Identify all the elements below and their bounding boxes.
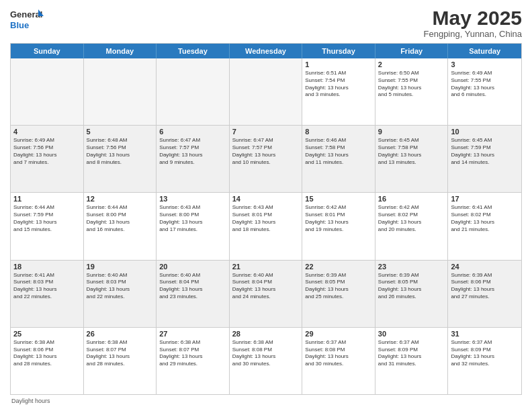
svg-text:Blue: Blue [10, 20, 29, 30]
cal-cell: 22Sunrise: 6:39 AMSunset: 8:05 PMDayligh… [302, 261, 375, 327]
day-info: Sunrise: 6:49 AMSunset: 7:56 PMDaylight:… [13, 137, 81, 166]
main-title: May 2025 [424, 7, 523, 29]
day-number: 20 [159, 263, 226, 271]
day-info: Sunrise: 6:46 AMSunset: 7:58 PMDaylight:… [305, 137, 372, 166]
day-number: 2 [378, 60, 445, 68]
calendar-header: SundayMondayTuesdayWednesdayThursdayFrid… [11, 44, 521, 58]
day-info: Sunrise: 6:37 AMSunset: 8:08 PMDaylight:… [305, 339, 372, 368]
day-number: 10 [451, 128, 519, 136]
cal-header-day: Thursday [302, 44, 375, 58]
cal-cell: 31Sunrise: 6:37 AMSunset: 8:09 PMDayligh… [448, 328, 521, 394]
cal-header-day: Sunday [11, 44, 84, 58]
cal-cell [157, 58, 230, 125]
cal-week: 18Sunrise: 6:41 AMSunset: 8:03 PMDayligh… [11, 261, 521, 328]
day-info: Sunrise: 6:40 AMSunset: 8:03 PMDaylight:… [87, 272, 154, 301]
day-number: 27 [159, 330, 226, 338]
cal-cell: 8Sunrise: 6:46 AMSunset: 7:58 PMDaylight… [302, 126, 375, 192]
day-number: 15 [305, 195, 372, 203]
day-number: 18 [13, 263, 81, 271]
day-info: Sunrise: 6:41 AMSunset: 8:03 PMDaylight:… [13, 272, 81, 301]
day-number: 23 [378, 263, 445, 271]
cal-cell: 10Sunrise: 6:45 AMSunset: 7:59 PMDayligh… [448, 126, 521, 192]
cal-cell: 15Sunrise: 6:42 AMSunset: 8:01 PMDayligh… [302, 193, 375, 259]
day-info: Sunrise: 6:42 AMSunset: 8:01 PMDaylight:… [305, 204, 372, 233]
day-number: 31 [451, 330, 519, 338]
day-number: 25 [13, 330, 81, 338]
cal-cell: 13Sunrise: 6:43 AMSunset: 8:00 PMDayligh… [157, 193, 230, 259]
day-number: 19 [87, 263, 154, 271]
calendar: SundayMondayTuesdayWednesdayThursdayFrid… [10, 43, 522, 395]
cal-header-day: Monday [84, 44, 157, 58]
cal-cell: 19Sunrise: 6:40 AMSunset: 8:03 PMDayligh… [84, 261, 157, 327]
day-info: Sunrise: 6:38 AMSunset: 8:06 PMDaylight:… [13, 339, 81, 368]
day-info: Sunrise: 6:39 AMSunset: 8:05 PMDaylight:… [305, 272, 372, 301]
footer-note: Daylight hours [10, 398, 522, 404]
day-info: Sunrise: 6:47 AMSunset: 7:57 PMDaylight:… [159, 137, 226, 166]
cal-cell: 9Sunrise: 6:45 AMSunset: 7:58 PMDaylight… [375, 126, 449, 192]
day-number: 8 [305, 128, 372, 136]
day-info: Sunrise: 6:45 AMSunset: 7:58 PMDaylight:… [378, 137, 445, 166]
day-number: 22 [305, 263, 372, 271]
day-info: Sunrise: 6:37 AMSunset: 8:09 PMDaylight:… [451, 339, 519, 368]
cal-cell: 20Sunrise: 6:40 AMSunset: 8:04 PMDayligh… [157, 261, 230, 327]
day-number: 3 [451, 60, 519, 68]
day-info: Sunrise: 6:37 AMSunset: 8:09 PMDaylight:… [378, 339, 445, 368]
day-number: 7 [232, 128, 300, 136]
day-info: Sunrise: 6:42 AMSunset: 8:02 PMDaylight:… [378, 204, 445, 233]
day-info: Sunrise: 6:38 AMSunset: 8:07 PMDaylight:… [159, 339, 226, 368]
cal-cell: 12Sunrise: 6:44 AMSunset: 8:00 PMDayligh… [84, 193, 157, 259]
cal-week: 11Sunrise: 6:44 AMSunset: 7:59 PMDayligh… [11, 193, 521, 260]
cal-week: 1Sunrise: 6:51 AMSunset: 7:54 PMDaylight… [11, 58, 521, 126]
day-number: 17 [451, 195, 519, 203]
day-info: Sunrise: 6:40 AMSunset: 8:04 PMDaylight:… [232, 272, 300, 301]
svg-text:General: General [10, 9, 42, 19]
cal-cell [84, 58, 157, 125]
day-number: 5 [87, 128, 154, 136]
day-info: Sunrise: 6:38 AMSunset: 8:08 PMDaylight:… [232, 339, 300, 368]
day-info: Sunrise: 6:45 AMSunset: 7:59 PMDaylight:… [451, 137, 519, 166]
day-number: 14 [232, 195, 300, 203]
day-info: Sunrise: 6:39 AMSunset: 8:06 PMDaylight:… [451, 272, 519, 301]
cal-cell: 21Sunrise: 6:40 AMSunset: 8:04 PMDayligh… [230, 261, 303, 327]
title-block: May 2025 Fengping, Yunnan, China [424, 7, 523, 39]
cal-cell: 24Sunrise: 6:39 AMSunset: 8:06 PMDayligh… [448, 261, 521, 327]
day-info: Sunrise: 6:48 AMSunset: 7:56 PMDaylight:… [87, 137, 154, 166]
day-info: Sunrise: 6:49 AMSunset: 7:55 PMDaylight:… [451, 70, 519, 99]
cal-cell: 23Sunrise: 6:39 AMSunset: 8:05 PMDayligh… [375, 261, 449, 327]
day-number: 6 [159, 128, 226, 136]
cal-cell: 30Sunrise: 6:37 AMSunset: 8:09 PMDayligh… [375, 328, 449, 394]
cal-cell: 11Sunrise: 6:44 AMSunset: 7:59 PMDayligh… [11, 193, 84, 259]
day-info: Sunrise: 6:38 AMSunset: 8:07 PMDaylight:… [87, 339, 154, 368]
day-info: Sunrise: 6:47 AMSunset: 7:57 PMDaylight:… [232, 137, 300, 166]
day-info: Sunrise: 6:40 AMSunset: 8:04 PMDaylight:… [159, 272, 226, 301]
subtitle: Fengping, Yunnan, China [424, 29, 523, 39]
cal-cell: 16Sunrise: 6:42 AMSunset: 8:02 PMDayligh… [375, 193, 449, 259]
day-number: 9 [378, 128, 445, 136]
day-number: 12 [87, 195, 154, 203]
cal-cell: 1Sunrise: 6:51 AMSunset: 7:54 PMDaylight… [302, 58, 375, 125]
cal-cell: 3Sunrise: 6:49 AMSunset: 7:55 PMDaylight… [448, 58, 521, 125]
day-number: 28 [232, 330, 300, 338]
page: General Blue May 2025 Fengping, Yunnan, … [0, 0, 532, 411]
day-info: Sunrise: 6:44 AMSunset: 8:00 PMDaylight:… [87, 204, 154, 233]
cal-cell: 4Sunrise: 6:49 AMSunset: 7:56 PMDaylight… [11, 126, 84, 192]
cal-cell: 26Sunrise: 6:38 AMSunset: 8:07 PMDayligh… [84, 328, 157, 394]
day-number: 29 [305, 330, 372, 338]
logo: General Blue [10, 7, 44, 32]
day-number: 1 [305, 60, 372, 68]
calendar-body: 1Sunrise: 6:51 AMSunset: 7:54 PMDaylight… [11, 58, 521, 394]
cal-cell: 2Sunrise: 6:50 AMSunset: 7:55 PMDaylight… [375, 58, 449, 125]
cal-cell: 29Sunrise: 6:37 AMSunset: 8:08 PMDayligh… [302, 328, 375, 394]
cal-cell: 18Sunrise: 6:41 AMSunset: 8:03 PMDayligh… [11, 261, 84, 327]
day-number: 4 [13, 128, 81, 136]
cal-cell: 7Sunrise: 6:47 AMSunset: 7:57 PMDaylight… [230, 126, 303, 192]
cal-cell [230, 58, 303, 125]
day-number: 21 [232, 263, 300, 271]
logo-svg: General Blue [10, 7, 44, 32]
day-info: Sunrise: 6:43 AMSunset: 8:00 PMDaylight:… [159, 204, 226, 233]
cal-cell: 6Sunrise: 6:47 AMSunset: 7:57 PMDaylight… [157, 126, 230, 192]
day-number: 11 [13, 195, 81, 203]
day-number: 13 [159, 195, 226, 203]
cal-header-day: Saturday [448, 44, 521, 58]
day-info: Sunrise: 6:41 AMSunset: 8:02 PMDaylight:… [451, 204, 519, 233]
